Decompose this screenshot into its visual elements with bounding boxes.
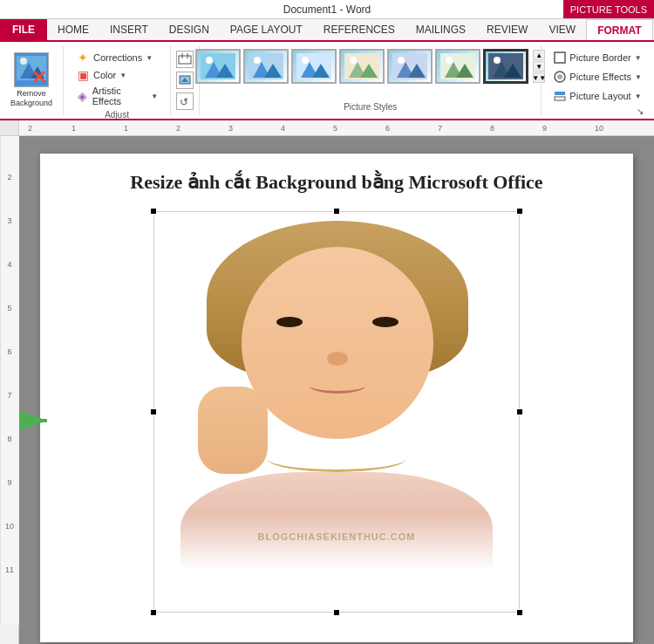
style-thumb-1[interactable] bbox=[195, 49, 241, 84]
group-picture-options: Picture Border ▼ Picture Effects ▼ Pictu… bbox=[542, 45, 654, 115]
main-area: 2 3 4 5 6 7 8 9 10 11 Resize ảnh cắt Bac… bbox=[0, 136, 654, 644]
tab-page-layout[interactable]: PAGE LAYOUT bbox=[220, 19, 313, 40]
svg-text:10: 10 bbox=[595, 124, 603, 133]
picture-styles-label: Picture Styles bbox=[344, 100, 397, 112]
style-thumb-6[interactable] bbox=[435, 49, 480, 84]
svg-text:1: 1 bbox=[124, 124, 128, 133]
watermark: BLOGCHIASEKIENTHUC.COM bbox=[258, 531, 416, 542]
svg-text:5: 5 bbox=[333, 124, 337, 133]
adjust-buttons: ✦ Corrections ▼ ▣ Color ▼ ◈ Artistic Eff… bbox=[71, 49, 163, 108]
tab-format[interactable]: FORMAT bbox=[586, 19, 652, 40]
svg-text:2: 2 bbox=[176, 124, 181, 133]
svg-rect-7 bbox=[179, 56, 191, 64]
window-title: Document1 - Word bbox=[283, 3, 371, 16]
tab-file[interactable]: FILE bbox=[0, 19, 47, 40]
corrections-button[interactable]: ✦ Corrections ▼ bbox=[71, 49, 163, 66]
color-button[interactable]: ▣ Color ▼ bbox=[71, 66, 163, 84]
document-page: Resize ảnh cắt Background bằng Microsoft… bbox=[40, 154, 633, 642]
svg-rect-45 bbox=[555, 97, 565, 100]
photo-necklace bbox=[268, 446, 405, 472]
tab-view[interactable]: VIEW bbox=[538, 19, 586, 40]
styles-row: ▲ ▼ ▼▼ bbox=[195, 49, 545, 84]
artistic-icon: ◈ bbox=[76, 89, 89, 103]
svg-point-28 bbox=[350, 57, 357, 64]
picture-tools-label: PICTURE TOOLS bbox=[563, 0, 654, 18]
image-section: BLOGCHIASEKIENTHUC.COM bbox=[66, 211, 607, 613]
svg-point-24 bbox=[302, 57, 309, 64]
svg-rect-44 bbox=[555, 92, 565, 95]
svg-point-4 bbox=[20, 58, 27, 65]
svg-text:9: 9 bbox=[542, 124, 547, 133]
color-icon: ▣ bbox=[76, 68, 90, 82]
ribbon-tabs-container: FILE HOME INSERT DESIGN PAGE LAYOUT REFE… bbox=[0, 19, 654, 42]
photo-body bbox=[181, 472, 493, 612]
svg-point-36 bbox=[446, 57, 453, 64]
style-thumb-4[interactable] bbox=[339, 49, 385, 84]
image-container[interactable]: BLOGCHIASEKIENTHUC.COM bbox=[153, 211, 520, 613]
svg-point-16 bbox=[206, 57, 213, 64]
adjust-group-label: Adjust bbox=[105, 108, 129, 120]
picture-border-button[interactable]: Picture Border ▼ bbox=[548, 49, 647, 66]
reset-picture-button[interactable]: ↺ bbox=[176, 92, 194, 110]
svg-text:3: 3 bbox=[228, 124, 233, 133]
corrections-icon: ✦ bbox=[76, 51, 90, 65]
svg-point-20 bbox=[254, 57, 261, 64]
svg-text:1: 1 bbox=[72, 124, 76, 133]
svg-text:6: 6 bbox=[7, 347, 11, 356]
green-arrow bbox=[19, 403, 58, 438]
tab-home[interactable]: HOME bbox=[47, 19, 99, 40]
page-area: Resize ảnh cắt Background bằng Microsoft… bbox=[19, 136, 654, 644]
svg-text:6: 6 bbox=[385, 124, 390, 133]
svg-text:8: 8 bbox=[490, 124, 494, 133]
style-thumb-3[interactable] bbox=[291, 49, 337, 84]
svg-text:10: 10 bbox=[5, 522, 14, 531]
picture-layout-button[interactable]: Picture Layout ▼ bbox=[548, 87, 647, 105]
photo-face bbox=[242, 247, 433, 439]
svg-text:7: 7 bbox=[438, 124, 442, 133]
svg-point-43 bbox=[557, 74, 562, 79]
svg-text:7: 7 bbox=[7, 391, 11, 400]
ruler-horizontal: 2 1 1 2 3 4 5 6 7 8 9 10 bbox=[0, 120, 654, 136]
compress-pictures-button[interactable] bbox=[176, 51, 194, 68]
svg-text:8: 8 bbox=[7, 435, 11, 443]
svg-text:3: 3 bbox=[7, 216, 11, 225]
svg-text:5: 5 bbox=[7, 304, 11, 312]
group-remove-bg: Remove Background bbox=[0, 45, 64, 115]
svg-text:4: 4 bbox=[7, 260, 11, 269]
ruler-marks-h: 2 1 1 2 3 4 5 6 7 8 9 10 bbox=[19, 120, 654, 135]
svg-text:↺: ↺ bbox=[180, 96, 188, 108]
tab-insert[interactable]: INSERT bbox=[99, 19, 159, 40]
style-thumb-7[interactable] bbox=[483, 49, 528, 84]
tab-references[interactable]: REFERENCES bbox=[313, 19, 405, 40]
app-window: Document1 - Word PICTURE TOOLS FILE HOME… bbox=[0, 0, 654, 644]
corrections-dropdown[interactable]: ▼ bbox=[146, 54, 153, 62]
color-dropdown[interactable]: ▼ bbox=[119, 72, 126, 79]
artistic-effects-button[interactable]: ◈ Artistic Effects ▼ bbox=[71, 84, 163, 108]
svg-text:4: 4 bbox=[281, 124, 285, 133]
change-picture-button[interactable] bbox=[176, 72, 194, 89]
svg-rect-41 bbox=[555, 52, 565, 63]
remove-bg-icon bbox=[14, 52, 49, 87]
group-adjust: ✦ Corrections ▼ ▣ Color ▼ ◈ Artistic Eff… bbox=[64, 45, 171, 115]
remove-background-button[interactable]: Remove Background bbox=[5, 49, 58, 112]
artistic-dropdown[interactable]: ▼ bbox=[151, 92, 158, 100]
ribbon-expander: ↘ bbox=[548, 106, 647, 116]
svg-text:11: 11 bbox=[5, 565, 14, 574]
style-thumb-2[interactable] bbox=[243, 49, 289, 84]
svg-text:2: 2 bbox=[28, 124, 32, 133]
svg-rect-60 bbox=[0, 136, 19, 625]
svg-text:9: 9 bbox=[7, 478, 11, 487]
picture-effects-button[interactable]: Picture Effects ▼ bbox=[548, 68, 647, 86]
tab-design[interactable]: DESIGN bbox=[159, 19, 220, 40]
tab-mailings[interactable]: MAILINGS bbox=[405, 19, 476, 40]
document-title: Resize ảnh cắt Background bằng Microsoft… bbox=[66, 171, 607, 194]
svg-text:2: 2 bbox=[7, 173, 11, 182]
ribbon-tabs: FILE HOME INSERT DESIGN PAGE LAYOUT REFE… bbox=[0, 19, 654, 42]
tab-review[interactable]: REVIEW bbox=[476, 19, 538, 40]
style-thumb-5[interactable] bbox=[387, 49, 433, 84]
remove-bg-label: Remove Background bbox=[10, 89, 52, 108]
group-picture-styles: ▲ ▼ ▼▼ Picture Styles bbox=[200, 45, 542, 115]
title-bar: Document1 - Word PICTURE TOOLS bbox=[0, 0, 654, 19]
photo-display: BLOGCHIASEKIENTHUC.COM bbox=[153, 211, 520, 613]
svg-point-32 bbox=[398, 57, 405, 64]
